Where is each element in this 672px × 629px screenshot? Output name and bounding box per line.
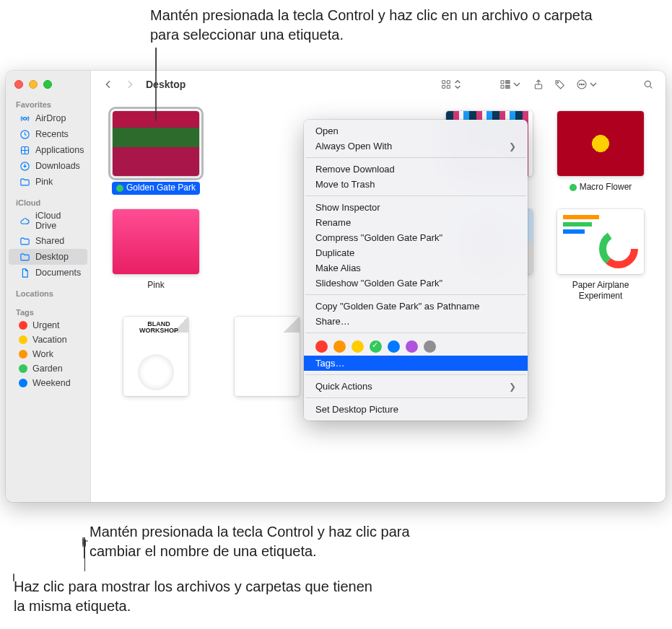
main-area: Desktop — [91, 71, 666, 502]
group-by-button[interactable] — [497, 76, 525, 93]
finder-window: Favorites AirDrop Recents Applications — [6, 71, 666, 502]
chevron-down-icon — [588, 79, 599, 90]
sidebar-item-label: AirDrop — [35, 113, 66, 123]
file-thumbnail: BLAND WORKSHOP — [123, 317, 188, 396]
ctx-set-desktop-picture[interactable]: Set Desktop Picture — [304, 402, 528, 417]
svg-rect-9 — [501, 85, 504, 88]
back-button[interactable] — [100, 76, 117, 93]
sidebar-item-label: Urgent — [32, 320, 60, 330]
sidebar-item-label: Pink — [35, 177, 53, 187]
view-icons-button[interactable] — [437, 76, 466, 93]
sidebar-tag-urgent[interactable]: Urgent — [9, 318, 87, 333]
sidebar-item-applications[interactable]: Applications — [9, 142, 87, 158]
ctx-tag-swatch[interactable] — [388, 340, 400, 353]
ctx-duplicate[interactable]: Duplicate — [304, 245, 528, 260]
sidebar-header-locations: Locations — [6, 286, 90, 299]
ctx-tag-swatch[interactable] — [352, 340, 364, 353]
share-button[interactable] — [530, 76, 547, 93]
window-traffic-lights — [6, 76, 90, 96]
sidebar-header-favorites: Favorites — [6, 97, 90, 110]
more-button[interactable] — [573, 76, 602, 93]
file-thumbnail — [557, 111, 644, 176]
ctx-compress[interactable]: Compress "Golden Gate Park" — [304, 230, 528, 245]
sidebar-item-label: Downloads — [35, 161, 80, 171]
sidebar-item-label: Work — [32, 349, 53, 359]
ctx-tag-swatch[interactable] — [406, 340, 418, 353]
tag-dot-icon — [19, 321, 27, 330]
ctx-rename[interactable]: Rename — [304, 215, 528, 230]
svg-rect-23 — [563, 229, 585, 234]
svg-rect-11 — [506, 82, 510, 83]
close-window-button[interactable] — [14, 80, 23, 89]
file-item[interactable]: Golden Gate Park — [105, 111, 206, 195]
file-item[interactable]: Macro Flower — [550, 111, 651, 195]
sidebar-tag-weekend[interactable]: Weekend — [9, 376, 87, 390]
ctx-tag-swatch[interactable] — [424, 340, 436, 353]
desktop-folder-icon — [19, 251, 30, 263]
chevron-right-icon: ❯ — [509, 382, 516, 392]
ctx-tag-swatch[interactable] — [315, 340, 328, 353]
tag-dot-icon — [19, 379, 27, 387]
airdrop-icon — [19, 113, 30, 124]
sidebar-tag-vacation[interactable]: Vacation — [9, 333, 87, 347]
sidebar-item-desktop[interactable]: Desktop — [9, 249, 87, 265]
ctx-quick-actions[interactable]: Quick Actions ❯ — [304, 379, 528, 394]
chevron-updown-icon — [452, 79, 463, 90]
ctx-copy-pathname[interactable]: Copy "Golden Gate Park" as Pathname — [304, 299, 528, 314]
sidebar-item-icloud-drive[interactable]: iCloud Drive — [9, 208, 87, 233]
file-item[interactable]: BLAND WORKSHOP — [105, 317, 206, 396]
ctx-always-open-with[interactable]: Always Open With ❯ — [304, 138, 528, 154]
ctx-remove-download[interactable]: Remove Download — [304, 162, 528, 177]
sidebar: Favorites AirDrop Recents Applications — [6, 71, 91, 502]
sidebar-item-pink[interactable]: Pink — [9, 174, 87, 190]
ctx-tags-more[interactable]: Tags… — [304, 356, 528, 371]
sidebar-item-shared[interactable]: Shared — [9, 233, 87, 249]
sidebar-tag-garden[interactable]: Garden — [9, 361, 87, 376]
svg-rect-12 — [506, 85, 510, 86]
zoom-window-button[interactable] — [43, 80, 52, 89]
svg-rect-13 — [506, 87, 510, 88]
ctx-tag-swatch[interactable] — [370, 340, 382, 353]
downloads-icon — [19, 160, 30, 172]
minimize-window-button[interactable] — [29, 80, 38, 89]
ctx-make-alias[interactable]: Make Alias — [304, 260, 528, 276]
tag-dot-icon — [19, 350, 27, 359]
ctx-move-to-trash[interactable]: Move to Trash — [304, 177, 528, 192]
shared-folder-icon — [19, 235, 30, 247]
sidebar-item-airdrop[interactable]: AirDrop — [9, 110, 87, 126]
sidebar-header-icloud: iCloud — [6, 195, 90, 208]
ctx-share[interactable]: Share… — [304, 314, 528, 329]
file-item[interactable]: Pink — [105, 209, 206, 302]
tag-dot-icon — [19, 335, 27, 344]
separator — [305, 157, 526, 158]
ctx-show-inspector[interactable]: Show Inspector — [304, 200, 528, 215]
svg-rect-7 — [447, 85, 450, 88]
ctx-open[interactable]: Open — [304, 123, 528, 138]
tag-dot-icon — [19, 364, 27, 373]
forward-button[interactable] — [121, 76, 139, 93]
separator — [305, 294, 526, 295]
sidebar-item-documents[interactable]: Documents — [9, 265, 87, 281]
file-item[interactable]: Paper Airplane Experiment — [550, 209, 651, 302]
search-button[interactable] — [640, 76, 657, 93]
file-thumbnail — [113, 111, 199, 176]
file-label: Pink — [147, 280, 164, 291]
sidebar-item-recents[interactable]: Recents — [9, 126, 87, 142]
sidebar-tag-work[interactable]: Work — [9, 347, 87, 361]
toolbar: Desktop — [91, 71, 666, 98]
file-label: Macro Flower — [570, 182, 632, 193]
sidebar-item-label: Weekend — [32, 378, 71, 388]
ctx-tag-swatches — [304, 337, 528, 356]
file-thumbnail — [235, 317, 300, 396]
callout-mid: Mantén presionada la tecla Control y haz… — [90, 522, 450, 561]
ctx-tag-swatch[interactable] — [333, 340, 346, 353]
tags-button[interactable] — [551, 76, 569, 93]
sidebar-item-downloads[interactable]: Downloads — [9, 158, 87, 174]
file-label: Paper Airplane Experiment — [572, 280, 629, 302]
separator — [305, 333, 526, 333]
svg-rect-6 — [442, 85, 445, 88]
sidebar-item-label: Vacation — [32, 335, 67, 345]
ctx-slideshow[interactable]: Slideshow "Golden Gate Park" — [304, 276, 528, 291]
file-item[interactable] — [217, 317, 318, 396]
sidebar-item-label: iCloud Drive — [35, 211, 80, 231]
